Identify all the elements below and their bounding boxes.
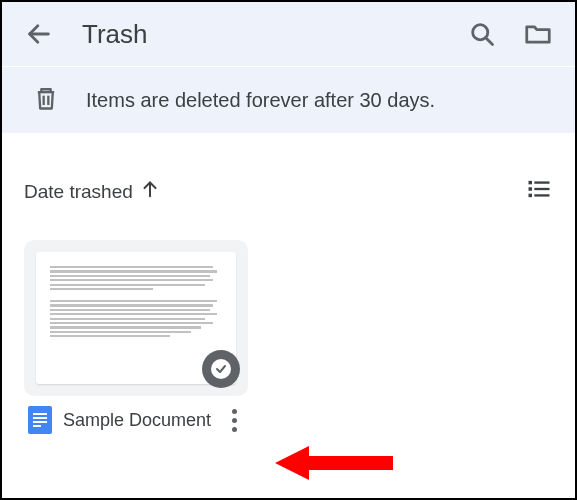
document-card[interactable]: Sample Document xyxy=(24,240,248,434)
folder-button[interactable] xyxy=(519,15,557,53)
app-top-bar: Trash xyxy=(2,2,575,66)
trash-icon xyxy=(32,84,60,117)
google-docs-icon xyxy=(28,406,52,434)
info-banner-text: Items are deleted forever after 30 days. xyxy=(86,89,435,112)
document-grid: Sample Document xyxy=(2,218,575,456)
sort-row: Date trashed xyxy=(2,133,575,218)
folder-icon xyxy=(523,19,553,49)
page-title: Trash xyxy=(82,19,463,50)
document-more-button[interactable] xyxy=(222,409,246,432)
check-icon xyxy=(215,363,227,375)
search-button[interactable] xyxy=(463,15,501,53)
info-banner: Items are deleted forever after 30 days. xyxy=(2,67,575,133)
selected-badge xyxy=(202,350,240,388)
svg-rect-11 xyxy=(534,194,549,196)
svg-line-2 xyxy=(486,38,493,45)
back-button[interactable] xyxy=(20,15,58,53)
arrow-up-icon xyxy=(139,178,161,200)
list-view-icon xyxy=(525,175,553,203)
svg-rect-8 xyxy=(529,187,533,191)
document-title: Sample Document xyxy=(52,409,222,432)
document-thumbnail[interactable] xyxy=(24,240,248,396)
sort-direction-button[interactable] xyxy=(139,178,161,205)
svg-rect-7 xyxy=(534,181,549,183)
search-icon xyxy=(468,20,496,48)
sort-label[interactable]: Date trashed xyxy=(24,181,133,203)
svg-rect-9 xyxy=(534,188,549,190)
arrow-left-icon xyxy=(25,20,53,48)
svg-rect-6 xyxy=(529,181,533,185)
view-toggle-button[interactable] xyxy=(525,175,553,208)
svg-rect-10 xyxy=(529,194,533,198)
document-meta-row: Sample Document xyxy=(24,396,248,434)
